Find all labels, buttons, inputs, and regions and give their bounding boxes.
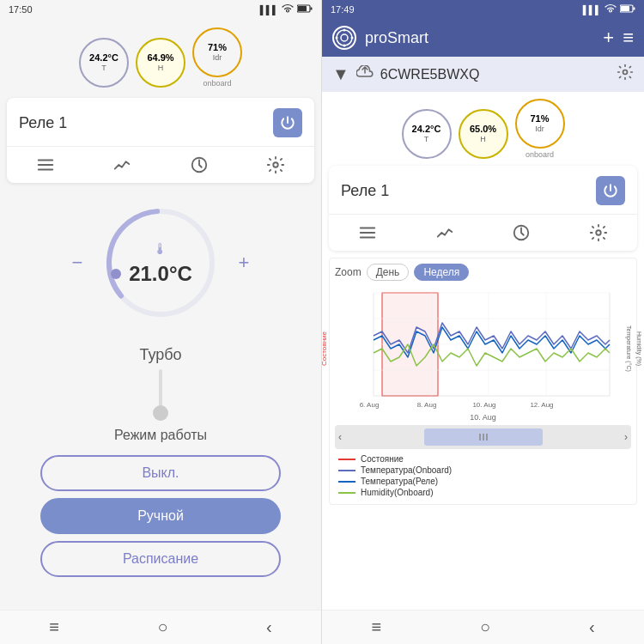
left-panel: 17:50 ▌▌▌ 24.2°C T 64.9% H 7 xyxy=(0,0,322,644)
svg-text:Humidity (%): Humidity (%) xyxy=(635,331,642,366)
right-nav-menu[interactable]: ≡ xyxy=(371,617,381,637)
svg-rect-12 xyxy=(621,6,629,11)
scroll-right-icon[interactable]: › xyxy=(624,431,628,443)
svg-text:8. Aug: 8. Aug xyxy=(417,401,437,409)
right-nav-back[interactable]: ‹ xyxy=(589,617,595,637)
cloud-icon xyxy=(356,65,374,83)
device-settings-icon[interactable] xyxy=(617,64,634,85)
device-row: ▼ 6CWRE5BWXQ xyxy=(322,57,644,92)
prosmart-logo xyxy=(332,26,356,50)
prosmart-title: proSmart xyxy=(365,29,594,47)
thermostat-controls: − 🌡 21.0°C + xyxy=(67,198,254,327)
device-name: 6CWRE5BWXQ xyxy=(380,67,610,82)
left-tab-settings[interactable] xyxy=(238,150,315,179)
legend-temp-onboard-line xyxy=(338,470,355,471)
add-device-button[interactable]: + xyxy=(603,27,614,49)
mode-off-button[interactable]: Выкл. xyxy=(40,455,281,491)
scroll-thumb[interactable] xyxy=(424,428,543,446)
left-mode-buttons: Выкл. Ручной Расписание xyxy=(0,448,321,584)
left-temp-badge: 24.2°C T xyxy=(79,38,129,88)
left-nav-home[interactable]: ○ xyxy=(157,617,167,637)
chart-scroll-area[interactable]: ‹ › xyxy=(335,425,631,449)
left-nav-menu[interactable]: ≡ xyxy=(49,617,59,637)
thermostat-value: 21.0°C xyxy=(129,262,192,286)
chart-legend: Состояние Температура(Onboard) Температу… xyxy=(335,454,631,497)
svg-text:Состояние: Состояние xyxy=(320,331,328,365)
thermometer-icon: 🌡 xyxy=(153,240,168,258)
left-relay-title: Реле 1 xyxy=(19,114,67,132)
left-relay-power-button[interactable] xyxy=(273,108,302,137)
chart-svg-wrap: Состояние 6. Aug 8. Aug 10. Aug 1 xyxy=(335,284,631,413)
right-relay-power-button[interactable] xyxy=(596,176,625,205)
svg-point-17 xyxy=(343,45,346,47)
right-humid-badge: 65.0% H xyxy=(459,109,508,159)
mode-schedule-button[interactable]: Расписание xyxy=(40,541,281,577)
right-sensor-label: onboard xyxy=(526,150,554,159)
legend-temp-relay-line xyxy=(338,481,355,483)
legend-temp-onboard-label: Температура(Onboard) xyxy=(361,465,452,475)
chart-area: Zoom День Неделя Состояние xyxy=(329,258,637,505)
legend-temp-onboard: Температура(Onboard) xyxy=(338,465,631,475)
left-time: 17:50 xyxy=(9,4,33,15)
left-signal-icon: ▌▌▌ xyxy=(260,5,278,15)
right-topbar: proSmart + ≡ xyxy=(322,19,644,57)
right-relay-card: Реле 1 xyxy=(329,166,637,251)
left-relay-header: Реле 1 xyxy=(7,98,314,146)
svg-rect-2 xyxy=(311,8,313,10)
svg-text:12. Aug: 12. Aug xyxy=(530,401,553,409)
mode-manual-button[interactable]: Ручной xyxy=(40,498,281,534)
right-relay-header: Реле 1 xyxy=(329,166,637,214)
left-humid-badge: 64.9% H xyxy=(136,38,185,88)
right-signal-icon: ▌▌▌ xyxy=(583,5,601,15)
svg-point-19 xyxy=(351,37,354,39)
right-tab-schedule[interactable] xyxy=(483,218,561,247)
temp-increase-button[interactable]: + xyxy=(234,252,254,274)
left-nav-back[interactable]: ‹ xyxy=(266,617,272,637)
mode-slider[interactable] xyxy=(135,369,186,421)
temp-decrease-button[interactable]: − xyxy=(67,252,88,274)
left-sensor-label: onboard xyxy=(203,79,231,88)
svg-point-15 xyxy=(341,34,348,41)
svg-text:Temperature (°C): Temperature (°C) xyxy=(625,325,632,372)
legend-temp-relay-label: Температура(Реле) xyxy=(361,477,438,486)
collapse-icon[interactable]: ▼ xyxy=(332,64,349,84)
left-battery-icon xyxy=(297,4,313,15)
right-idr-badge: 71% Idr xyxy=(515,99,565,149)
svg-point-7 xyxy=(274,162,279,167)
turbo-label: Турбо xyxy=(139,346,181,364)
right-battery-icon xyxy=(620,4,635,15)
svg-point-26 xyxy=(596,230,601,235)
left-sensor-row: 24.2°C T 64.9% H 71% Idr onboard xyxy=(0,19,321,91)
legend-state-line xyxy=(338,459,355,460)
left-status-bar: 17:50 ▌▌▌ xyxy=(0,0,321,19)
right-tab-chart[interactable] xyxy=(406,218,483,247)
legend-state-label: Состояние xyxy=(361,454,404,464)
slider-thumb xyxy=(153,405,168,421)
menu-icon[interactable]: ≡ xyxy=(623,27,634,49)
right-status-bar: 17:49 ▌▌▌ xyxy=(322,0,644,19)
svg-text:6. Aug: 6. Aug xyxy=(360,401,380,409)
right-sensor-row: 24.2°C T 65.0% H 71% Idr onboard xyxy=(322,92,644,161)
right-nav-home[interactable]: ○ xyxy=(480,617,490,637)
left-tab-chart[interactable] xyxy=(84,150,161,179)
zoom-label: Zoom xyxy=(335,266,361,278)
left-tab-schedule[interactable] xyxy=(161,150,238,179)
scroll-left-icon[interactable]: ‹ xyxy=(338,431,342,443)
zoom-day-button[interactable]: День xyxy=(367,264,410,281)
left-bottom-nav: ≡ ○ ‹ xyxy=(0,610,321,644)
left-tab-list[interactable] xyxy=(7,150,84,179)
svg-rect-1 xyxy=(298,6,307,11)
left-relay-tabs xyxy=(7,146,314,183)
right-tab-list[interactable] xyxy=(329,218,406,247)
legend-humidity-label: Humidity(Onboard) xyxy=(361,488,433,497)
legend-temp-relay: Температура(Реле) xyxy=(338,477,631,486)
right-bottom-nav: ≡ ○ ‹ xyxy=(322,610,644,644)
left-relay-card: Реле 1 xyxy=(7,98,314,183)
svg-rect-13 xyxy=(634,8,635,10)
right-tab-settings[interactable] xyxy=(560,218,637,247)
right-relay-title: Реле 1 xyxy=(341,182,389,200)
svg-text:10. Aug: 10. Aug xyxy=(472,401,495,409)
left-mode-section: Турбо Режим работы xyxy=(0,337,321,448)
left-wifi-icon xyxy=(282,3,294,15)
zoom-week-button[interactable]: Неделя xyxy=(414,264,469,281)
